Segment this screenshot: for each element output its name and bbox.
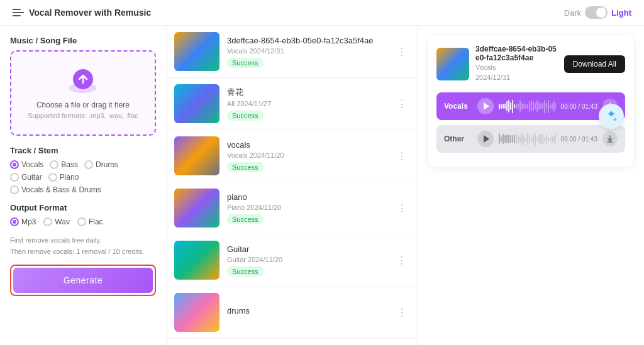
format-mp3-label: Mp3 [21, 217, 36, 226]
upload-area[interactable]: Choose a file or drag it here Supported … [10, 50, 156, 136]
track-radio-group: Vocals Bass Drums Guitar [10, 160, 156, 194]
credits-line2: Then remove vocals: 1 removal / 10 credi… [10, 248, 144, 255]
status-badge: Success [227, 58, 264, 68]
format-group: Mp3 Wav Flac [10, 217, 156, 226]
more-options-button[interactable]: ⋮ [394, 252, 409, 269]
generate-button[interactable]: Generate [13, 268, 153, 293]
status-badge: Success [227, 162, 264, 172]
list-info: 3deffcae-8654-eb3b-05e0-fa12c3a5f4ae Voc… [227, 36, 387, 68]
list-thumb [174, 84, 219, 123]
list-info: Guitar Guitar 2024/11/20 Success [227, 244, 387, 277]
theme-toggle[interactable]: Dark Light [564, 6, 631, 19]
format-wav[interactable]: Wav [43, 217, 70, 226]
radio-flac-circle [77, 217, 86, 226]
music-section-title: Music / Song File [10, 36, 156, 45]
more-options-button[interactable]: ⋮ [394, 43, 409, 60]
track-bass-label: Bass [61, 160, 78, 169]
track-piano-label: Piano [60, 173, 79, 182]
main-layout: Music / Song File Choose a file or drag … [0, 26, 644, 345]
header: Vocal Remover with Remusic Dark Light [0, 0, 644, 26]
track-vbd-label: Vocals & Bass & Drums [21, 185, 101, 194]
right-panel: 3deffcae-8654-eb3b-05e0-fa12c3a5f4ae Voc… [418, 26, 644, 345]
radio-mp3-circle [10, 217, 19, 226]
list-meta: Vocals 2024/12/31 [227, 47, 387, 55]
list-title: drums [227, 306, 387, 315]
credits-line1: First remove vocals free daily. [10, 236, 101, 244]
upload-icon-wrap [67, 67, 99, 94]
track-section-title: Track / Stem [10, 146, 156, 155]
vocals-play-icon [484, 102, 489, 110]
menu-icon [13, 8, 24, 17]
list-item[interactable]: 青花 All 2024/11/27 Success ⋮ [167, 78, 417, 130]
light-label: Light [611, 8, 631, 18]
player-header: 3deffcae-8654-eb3b-05e0-fa12c3a5f4ae Voc… [436, 45, 625, 84]
list-title: vocals [227, 140, 387, 150]
other-play-icon [484, 135, 489, 143]
radio-bass-circle [50, 160, 58, 169]
track-vocals[interactable]: Vocals [10, 160, 43, 169]
track-section: Track / Stem Vocals Bass Drums [10, 146, 156, 194]
radio-wav-circle [43, 217, 52, 226]
vocals-track-label: Vocals [444, 102, 472, 111]
track-bass[interactable]: Bass [50, 160, 78, 169]
list-meta: Vocals 2024/11/20 [227, 151, 387, 159]
output-section-title: Output Format [10, 203, 156, 212]
radio-vocals-circle [10, 160, 19, 169]
output-section: Output Format Mp3 Wav Flac [10, 203, 156, 226]
upload-text-sub: Supported formats: .mp3, .wav, .flac [21, 112, 145, 119]
radio-drums-circle [84, 160, 93, 169]
track-drums[interactable]: Drums [84, 160, 118, 169]
list-thumb [174, 189, 219, 227]
track-vocals-bass-drums[interactable]: Vocals & Bass & Drums [10, 185, 101, 194]
more-options-button[interactable]: ⋮ [394, 200, 409, 217]
other-time: 00:00 / 01:43 [561, 136, 597, 143]
status-badge: Success [227, 111, 264, 121]
list-thumb [174, 293, 219, 332]
toggle-switch[interactable] [585, 6, 608, 19]
track-guitar[interactable]: Guitar [10, 173, 42, 182]
list-title: piano [227, 192, 387, 202]
list-title: 青花 [227, 87, 387, 98]
list-item[interactable]: 3deffcae-8654-eb3b-05e0-fa12c3a5f4ae Voc… [167, 26, 417, 78]
credits-text: First remove vocals free daily. Then rem… [10, 235, 156, 257]
floating-ai-button[interactable] [599, 104, 624, 129]
left-panel: Music / Song File Choose a file or drag … [0, 26, 167, 345]
download-all-button[interactable]: Download All [564, 55, 625, 73]
track-vocals-label: Vocals [21, 160, 43, 169]
more-options-button[interactable]: ⋮ [394, 148, 409, 165]
format-wav-label: Wav [55, 217, 70, 226]
list-meta: All 2024/11/27 [227, 100, 387, 107]
player-thumb [436, 48, 469, 80]
list-item[interactable]: vocals Vocals 2024/11/20 Success ⋮ [167, 130, 417, 182]
player-info: 3deffcae-8654-eb3b-05e0-fa12c3a5f4ae Voc… [475, 45, 558, 84]
more-options-button[interactable]: ⋮ [394, 304, 409, 321]
format-mp3[interactable]: Mp3 [10, 217, 36, 226]
vocals-track-player: Vocals 00:00 / 01:43 [436, 92, 625, 120]
track-piano[interactable]: Piano [48, 173, 79, 182]
track-guitar-label: Guitar [21, 173, 42, 182]
list-item[interactable]: Guitar Guitar 2024/11/20 Success ⋮ [167, 234, 417, 287]
generate-btn-wrap: Generate [10, 265, 156, 296]
list-item[interactable]: piano Piano 2024/11/20 Success ⋮ [167, 182, 417, 234]
other-play-button[interactable] [477, 131, 494, 147]
radio-vbd-circle [10, 185, 19, 194]
other-track-label: Other [444, 134, 472, 143]
header-left: Vocal Remover with Remusic [13, 8, 151, 18]
player-title: 3deffcae-8654-eb3b-05e0-fa12c3a5f4ae [475, 45, 558, 62]
other-download-button[interactable] [602, 131, 618, 146]
app-container: Vocal Remover with Remusic Dark Light Mu… [0, 0, 644, 345]
status-badge: Success [227, 266, 264, 277]
list-info: drums [227, 306, 387, 319]
list-item[interactable]: drums ⋮ [167, 287, 417, 339]
list-thumb [174, 241, 219, 280]
list-thumb [174, 136, 219, 175]
format-flac[interactable]: Flac [77, 217, 103, 226]
vocals-play-button[interactable] [477, 98, 494, 114]
list-meta: Piano 2024/11/20 [227, 204, 387, 211]
other-download-icon [606, 135, 614, 143]
other-track-player: Other 00:00 / 01:43 [436, 125, 625, 153]
list-info: piano Piano 2024/11/20 Success [227, 192, 387, 224]
status-badge: Success [227, 214, 264, 224]
more-options-button[interactable]: ⋮ [394, 96, 409, 112]
other-waveform [499, 131, 556, 146]
